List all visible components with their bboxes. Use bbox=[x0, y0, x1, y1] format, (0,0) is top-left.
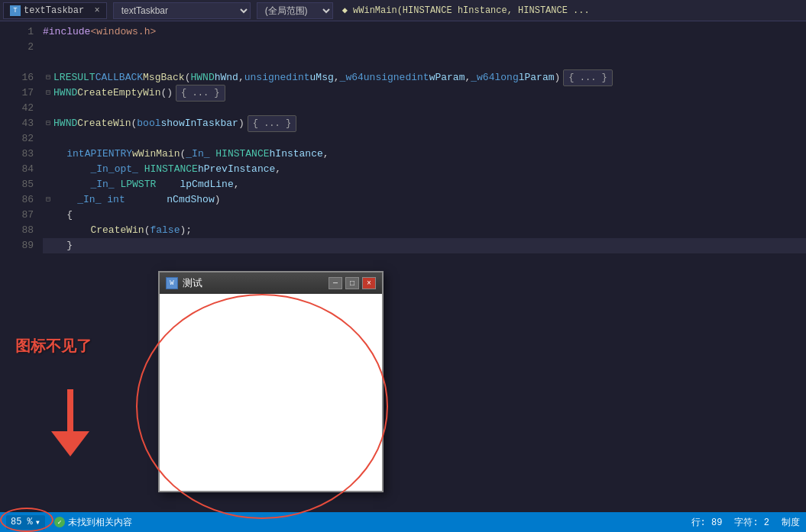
code-content[interactable]: #include <windows.h> ⊟ LRESULT CALLBACK … bbox=[40, 21, 806, 512]
code-line-1: #include <windows.h> bbox=[43, 24, 806, 40]
code-line-blank1 bbox=[43, 55, 806, 70]
status-check-icon: ✓ bbox=[54, 517, 65, 527]
file-tab-label: textTaskbar bbox=[24, 5, 84, 16]
collapse-16[interactable]: ⊟ bbox=[46, 70, 50, 85]
line-89: 89 bbox=[0, 238, 34, 253]
status-message: ✓ 未找到相关内容 bbox=[54, 516, 132, 529]
line-87: 87 bbox=[0, 208, 34, 223]
func-display: ◆ wWinMain(HINSTANCE hInstance, HINSTANC… bbox=[342, 5, 590, 16]
file-dropdown[interactable]: textTaskbar bbox=[113, 2, 251, 19]
collapse-86[interactable]: ⊟ bbox=[46, 192, 50, 208]
code-line-17: ⊟ HWND CreateEmptyWin () { ... } bbox=[43, 85, 806, 101]
top-toolbar: T textTaskbar × textTaskbar (全局范围) ◆ wWi… bbox=[0, 0, 806, 21]
editor-area: 1 2 16 17 42 43 82 83 84 85 86 87 88 89 … bbox=[0, 21, 806, 512]
code-line-89: } bbox=[43, 238, 806, 253]
code-line-86: ⊟ _In_ int nCmdShow ) bbox=[43, 192, 806, 208]
collapse-17[interactable]: ⊟ bbox=[46, 85, 50, 101]
code-line-88: CreateWin ( false ); bbox=[43, 223, 806, 238]
line-43: 43 bbox=[0, 116, 34, 131]
line-16: 16 bbox=[0, 70, 34, 85]
row-info: 行: 89 bbox=[691, 516, 723, 529]
collapsed-43[interactable]: { ... } bbox=[248, 115, 296, 132]
zoom-value: 85 % bbox=[11, 517, 33, 527]
file-tab-close[interactable]: × bbox=[94, 5, 99, 16]
code-line-83: int APIENTRY wWinMain ( _In_ HINSTANCE h… bbox=[43, 147, 806, 162]
code-line-82 bbox=[43, 131, 806, 147]
collapsed-16[interactable]: { ... } bbox=[563, 69, 612, 86]
svg-marker-1 bbox=[51, 431, 89, 456]
line-numbers: 1 2 16 17 42 43 82 83 84 85 86 87 88 89 bbox=[0, 21, 40, 512]
restore-button[interactable]: □ bbox=[345, 277, 359, 289]
line-82: 82 bbox=[0, 131, 34, 147]
collapsed-17[interactable]: { ... } bbox=[176, 85, 225, 102]
col-info: 字符: 2 bbox=[734, 516, 769, 529]
line-83: 83 bbox=[0, 147, 34, 162]
line-2: 2 bbox=[0, 40, 34, 55]
code-line-84: _In_opt_ HINSTANCE hPrevInstance , bbox=[43, 162, 806, 177]
code-line-16: ⊟ LRESULT CALLBACK MsgBack ( HWND hWnd ,… bbox=[43, 70, 806, 85]
code-line-2 bbox=[43, 40, 806, 55]
status-right: 行: 89 字符: 2 制度 bbox=[691, 516, 800, 529]
line-3 bbox=[0, 55, 34, 70]
code-line-85: _In_ LPWSTR lpCmdLine , bbox=[43, 177, 806, 192]
line-1: 1 bbox=[0, 24, 34, 40]
status-message-text: 未找到相关内容 bbox=[68, 516, 132, 529]
window-body bbox=[160, 294, 382, 491]
collapse-43[interactable]: ⊟ bbox=[46, 116, 50, 131]
line-42: 42 bbox=[0, 101, 34, 116]
scope-dropdown[interactable]: (全局范围) bbox=[257, 2, 333, 19]
minimize-button[interactable]: ─ bbox=[329, 277, 342, 289]
file-tab-icon: T bbox=[10, 5, 21, 16]
file-tab[interactable]: T textTaskbar × bbox=[3, 2, 107, 19]
zoom-control[interactable]: 85 % ▾ bbox=[6, 515, 45, 530]
code-line-42 bbox=[43, 101, 806, 116]
code-line-87: { bbox=[43, 208, 806, 223]
encoding-info: 制度 bbox=[782, 516, 800, 529]
window-icon: W bbox=[166, 277, 178, 289]
floating-titlebar: W 测试 ─ □ × bbox=[160, 272, 382, 294]
annotation-arrow bbox=[47, 389, 93, 458]
status-bar: 85 % ▾ ✓ 未找到相关内容 行: 89 字符: 2 制度 bbox=[0, 512, 806, 532]
window-controls: ─ □ × bbox=[329, 277, 376, 289]
zoom-dropdown-icon[interactable]: ▾ bbox=[35, 517, 40, 528]
line-88: 88 bbox=[0, 223, 34, 238]
line-86: 86 bbox=[0, 192, 34, 208]
window-title: 测试 bbox=[183, 276, 329, 290]
line-85: 85 bbox=[0, 177, 34, 192]
floating-window[interactable]: W 测试 ─ □ × bbox=[158, 271, 384, 492]
line-84: 84 bbox=[0, 162, 34, 177]
close-button[interactable]: × bbox=[362, 277, 376, 289]
line-17: 17 bbox=[0, 85, 34, 101]
code-line-43: ⊟ HWND CreateWin ( bool showInTaskbar ) … bbox=[43, 116, 806, 131]
annotation-text: 图标不见了 bbox=[15, 336, 92, 356]
